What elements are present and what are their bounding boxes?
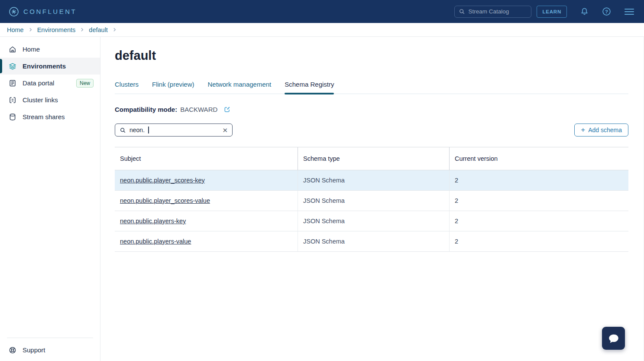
subject-link[interactable]: neon.public.player_scores-value [120, 197, 210, 204]
compatibility-mode-value: BACKWARD [180, 106, 217, 113]
stream-catalog-search[interactable] [454, 6, 531, 18]
schemas-table: Subject Schema type Current version neon… [115, 147, 628, 252]
page-title: default [115, 49, 628, 63]
svg-text:?: ? [605, 9, 608, 14]
compatibility-mode-label: Compatibility mode: [115, 106, 177, 113]
compatibility-mode-row: Compatibility mode: BACKWARD [115, 106, 628, 113]
subject-link[interactable]: neon.public.players-key [120, 218, 186, 224]
chevron-right-icon [80, 27, 84, 32]
confluent-logo-icon [9, 7, 19, 17]
current-version-value: 2 [455, 197, 458, 204]
column-header-schema-type: Schema type [298, 147, 449, 170]
subject-link[interactable]: neon.public.player_scores-key [120, 177, 205, 184]
tab-bar: Clusters Flink (preview) Network managem… [115, 81, 628, 94]
learn-button[interactable]: LEARN [537, 6, 567, 18]
chevron-right-icon [28, 27, 33, 32]
sidebar-item-environments[interactable]: Environments [0, 58, 100, 75]
current-version-value: 2 [455, 177, 458, 184]
breadcrumb-home[interactable]: Home [7, 26, 24, 33]
stream-catalog-input[interactable] [468, 8, 527, 15]
new-badge: New [76, 79, 94, 88]
clear-search-icon[interactable]: ✕ [222, 127, 228, 133]
confluent-logo[interactable]: CONFLUENT [9, 7, 77, 17]
sidebar-item-label: Data portal [23, 79, 54, 87]
text-cursor [148, 127, 149, 133]
tab-clusters[interactable]: Clusters [115, 81, 139, 94]
sidebar-item-label: Environments [23, 62, 66, 70]
breadcrumb-default[interactable]: default [89, 26, 108, 33]
breadcrumb-environments[interactable]: Environments [37, 26, 76, 33]
top-navbar: CONFLUENT LEARN [0, 0, 644, 23]
table-row: neon.public.player_scores-key JSON Schem… [115, 170, 628, 191]
edit-compatibility-icon[interactable] [223, 106, 231, 113]
table-row: neon.public.players-value JSON Schema 2 [115, 231, 628, 252]
help-icon[interactable]: ? [602, 7, 611, 16]
table-row: neon.public.player_scores-value JSON Sch… [115, 191, 628, 211]
sidebar-item-data-portal[interactable]: Data portal New [0, 75, 100, 91]
brand-wordmark: CONFLUENT [23, 8, 77, 15]
table-header-row: Subject Schema type Current version [115, 147, 628, 170]
notifications-bell-icon[interactable] [580, 7, 589, 16]
add-schema-button[interactable]: + Add schema [574, 124, 628, 137]
chat-bubble-icon [608, 332, 620, 345]
add-schema-label: Add schema [588, 127, 622, 133]
column-header-subject: Subject [115, 147, 298, 170]
sidebar: Home Environments [0, 37, 100, 361]
sidebar-item-stream-shares[interactable]: Stream shares [0, 108, 100, 125]
tab-schema-registry[interactable]: Schema Registry [285, 81, 334, 94]
sidebar-item-label: Stream shares [23, 113, 65, 120]
sidebar-item-home[interactable]: Home [0, 41, 100, 58]
breadcrumb: Home Environments default [0, 23, 644, 37]
sidebar-item-label: Cluster links [23, 96, 58, 104]
chevron-right-icon [112, 27, 117, 32]
hamburger-menu-icon[interactable] [624, 8, 634, 16]
schema-type-value: JSON Schema [303, 177, 345, 184]
plus-icon: + [581, 126, 585, 133]
current-version-value: 2 [455, 218, 458, 224]
home-icon [9, 46, 16, 53]
sidebar-item-cluster-links[interactable]: Cluster links [0, 91, 100, 108]
search-icon [459, 8, 465, 15]
schema-search-value: neon. [129, 127, 145, 133]
toolbar: neon. ✕ + Add schema [115, 124, 628, 137]
subject-link[interactable]: neon.public.players-value [120, 238, 191, 245]
document-icon [9, 79, 16, 87]
chat-widget-button[interactable] [602, 327, 625, 350]
support-lifebuoy-icon [9, 346, 16, 354]
cluster-links-icon [9, 96, 16, 104]
layers-icon [9, 62, 16, 70]
sidebar-item-label: Support [23, 346, 45, 354]
app-window: CONFLUENT LEARN [0, 0, 644, 361]
table-row: neon.public.players-key JSON Schema 2 [115, 211, 628, 231]
current-version-value: 2 [455, 238, 458, 245]
tab-flink-preview[interactable]: Flink (preview) [152, 81, 194, 94]
database-icon [9, 113, 16, 121]
schema-search-input[interactable]: neon. ✕ [115, 124, 233, 137]
main-content: default Clusters Flink (preview) Network… [100, 37, 644, 361]
tab-network-management[interactable]: Network management [208, 81, 272, 94]
sidebar-item-support[interactable]: Support [0, 341, 100, 358]
sidebar-item-label: Home [23, 46, 40, 53]
search-icon [120, 127, 126, 133]
column-header-current-version: Current version [449, 147, 628, 170]
schema-type-value: JSON Schema [303, 238, 345, 245]
schema-type-value: JSON Schema [303, 218, 345, 224]
schema-type-value: JSON Schema [303, 197, 345, 204]
sidebar-divider [7, 338, 93, 338]
